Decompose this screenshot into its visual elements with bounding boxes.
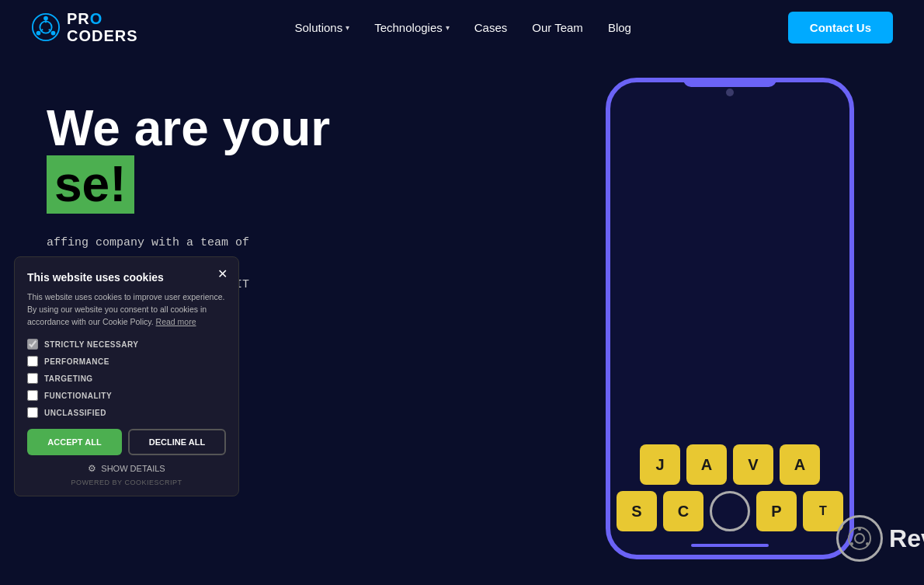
accept-all-button[interactable]: ACCEPT ALL [27, 429, 122, 455]
cookie-checkbox-targeting[interactable] [27, 373, 38, 384]
nav-links: Solutions ▾ Technologies ▾ Cases Our Tea… [294, 21, 630, 34]
nav-link-cases[interactable]: Cases [474, 21, 508, 34]
svg-point-8 [849, 528, 870, 549]
svg-point-2 [43, 16, 48, 21]
nav-item-cases[interactable]: Cases [474, 21, 508, 34]
hero-title-line1: We are your [47, 100, 330, 156]
revain-text: Revain [889, 524, 924, 553]
contact-us-button[interactable]: Contact Us [788, 12, 893, 44]
key-circle [710, 491, 750, 531]
decline-all-button[interactable]: DECLINE ALL [128, 429, 226, 455]
keyboard-row-1: J A V A [617, 444, 843, 485]
logo[interactable]: PRO CODERS [31, 10, 138, 44]
gear-icon: ⚙ [88, 463, 96, 474]
cookie-checkbox-strictly[interactable] [27, 339, 38, 350]
svg-point-12 [850, 542, 853, 545]
svg-point-9 [855, 534, 864, 543]
key-J: J [640, 444, 680, 485]
key-V: V [733, 444, 773, 485]
logo-icon [31, 12, 61, 42]
nav-link-blog[interactable]: Blog [608, 21, 631, 34]
svg-point-4 [36, 31, 41, 36]
cookie-label-performance: PERFORMANCE [44, 357, 109, 366]
nav-link-technologies[interactable]: Technologies ▾ [374, 21, 450, 34]
cookie-option-functionality: FUNCTIONALITY [27, 390, 226, 401]
svg-point-10 [858, 528, 861, 531]
cookie-option-performance: PERFORMANCE [27, 356, 226, 367]
phone-notch-bar [683, 79, 776, 87]
svg-point-3 [51, 31, 56, 36]
cookie-options: STRICTLY NECESSARY PERFORMANCE TARGETING… [27, 339, 226, 418]
nav-item-blog[interactable]: Blog [608, 21, 631, 34]
keyboard-area: J A V A S C P T [617, 444, 843, 531]
nav-link-solutions[interactable]: Solutions ▾ [294, 21, 349, 34]
cookie-label-strictly: STRICTLY NECESSARY [44, 340, 138, 349]
key-P: P [756, 491, 797, 531]
chevron-down-icon: ▾ [446, 23, 450, 32]
phone-frame: J A V A S C P T [606, 78, 854, 559]
key-S: S [617, 491, 657, 531]
cookie-label-unclassified: UNCLASSIFIED [44, 409, 106, 417]
key-A: A [686, 444, 727, 485]
nav-item-our-team[interactable]: Our Team [532, 21, 583, 34]
show-details-button[interactable]: ⚙ SHOW DETAILS [27, 463, 226, 474]
keyboard-row-2: S C P T [617, 491, 843, 531]
logo-text: PRO CODERS [67, 10, 138, 44]
cookie-checkbox-functionality[interactable] [27, 390, 38, 401]
hero-phone-illustration: J A V A S C P T [536, 54, 924, 585]
navbar: PRO CODERS Solutions ▾ Technologies ▾ Ca… [0, 0, 924, 54]
cookie-option-strictly: STRICTLY NECESSARY [27, 339, 226, 350]
phone-bottom-bar [691, 544, 769, 547]
revain-circle-icon [836, 515, 883, 562]
svg-point-11 [866, 542, 869, 545]
svg-point-1 [40, 21, 51, 33]
key-A2: A [780, 444, 820, 485]
nav-link-our-team[interactable]: Our Team [532, 21, 583, 34]
cookie-title: This website uses cookies [27, 271, 226, 284]
cookie-close-button[interactable]: ✕ [214, 265, 231, 282]
cookie-checkbox-performance[interactable] [27, 356, 38, 367]
cookie-read-more-link[interactable]: Read more [156, 317, 196, 326]
phone-camera [726, 89, 734, 96]
cookie-powered-by: POWERED BY COOKIESCRIPT [27, 479, 226, 486]
nav-item-solutions[interactable]: Solutions ▾ [294, 21, 349, 34]
key-C: C [663, 491, 703, 531]
chevron-down-icon: ▾ [346, 23, 349, 32]
revain-logo-icon [846, 525, 873, 552]
hero-title: We are your se! [47, 101, 536, 214]
cookie-description: This website uses cookies to improve use… [27, 291, 226, 328]
nav-item-technologies[interactable]: Technologies ▾ [374, 21, 450, 34]
hero-title-highlight: se! [47, 155, 134, 213]
cookie-label-targeting: TARGETING [44, 374, 93, 383]
cookie-checkbox-unclassified[interactable] [27, 407, 38, 418]
cookie-actions: ACCEPT ALL DECLINE ALL [27, 429, 226, 455]
cookie-label-functionality: FUNCTIONALITY [44, 392, 112, 400]
revain-overlay: Revain [836, 515, 924, 562]
cookie-option-unclassified: UNCLASSIFIED [27, 407, 226, 418]
cookie-banner: ✕ This website uses cookies This website… [14, 256, 239, 496]
cookie-option-targeting: TARGETING [27, 373, 226, 384]
